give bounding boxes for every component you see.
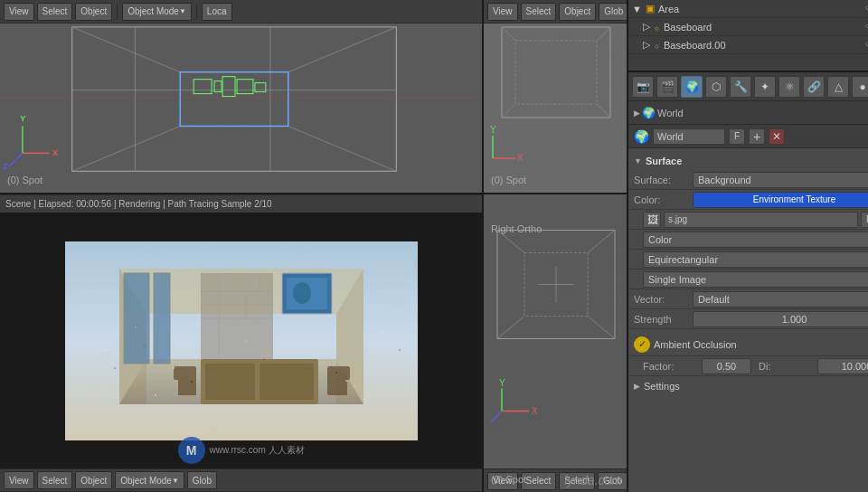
image-type-dropdown[interactable]: Single Image ▼ — [643, 271, 868, 288]
prop-icon-object[interactable]: ⬡ — [705, 76, 727, 98]
f-button[interactable]: F — [729, 128, 745, 145]
outliner-item-baseboard00[interactable]: ▷ ⬦ Baseboard.00 👁 📷 — [628, 36, 868, 54]
select-menu-bl[interactable]: Select — [37, 471, 73, 489]
svg-point-76 — [263, 358, 265, 360]
outliner-item-area[interactable]: ▼ ▣ Area 👁 📷 — [628, 0, 868, 18]
settings-triangle: ▶ — [634, 382, 640, 391]
outliner-expand-area: ▼ — [632, 4, 642, 14]
svg-rect-42 — [201, 273, 273, 359]
svg-line-24 — [597, 27, 610, 41]
svg-point-78 — [399, 349, 401, 351]
global-btn[interactable]: Glob — [599, 3, 627, 21]
env-texture-btn[interactable]: Environment Texture — [693, 192, 868, 208]
factor-input[interactable]: 0.50 — [702, 358, 751, 374]
view-menu[interactable]: View — [4, 3, 34, 21]
mapping-dropdown[interactable]: Equirectangular ▼ — [643, 251, 868, 268]
svg-point-74 — [144, 345, 146, 346]
di-label: Di: — [759, 361, 817, 372]
texture-file-row: 🖼 s.jpg F ✕ — [628, 210, 868, 230]
surface-dropdown[interactable]: Background ▼ — [693, 172, 868, 188]
render-preview: M www.rrsc.com 人人素材 — [0, 213, 482, 468]
color-type-row: Color ▼ — [628, 230, 868, 250]
image-type-value: Single Image ▼ — [643, 271, 868, 288]
viewport-top-right[interactable]: X Y View Select Object Glob (0) Spot — [484, 0, 627, 193]
color-type-value: Color ▼ — [643, 232, 868, 248]
surface-label: Surface: — [634, 175, 693, 185]
lynda-watermark: lynda.com — [564, 473, 622, 487]
x-button[interactable]: ✕ — [769, 128, 785, 145]
svg-rect-61 — [327, 366, 350, 380]
svg-point-71 — [154, 393, 156, 395]
prop-icon-scene[interactable]: 🎬 — [656, 76, 678, 98]
surface-header[interactable]: ▼ Surface — [628, 152, 868, 170]
svg-rect-55 — [259, 364, 314, 400]
svg-line-89 — [491, 412, 502, 422]
watermark: M www.rrsc.com 人人素材 — [178, 437, 305, 464]
factor-row: Factor: 0.50 Di: 10.000 — [628, 356, 868, 376]
viewport-bottom-right[interactable]: X Y Right Ortho View Select Select Glob … — [484, 194, 627, 492]
texture-f-btn[interactable]: F — [861, 212, 868, 228]
prop-icon-particles[interactable]: ✦ — [754, 76, 776, 98]
strength-input[interactable]: 1.000 — [693, 311, 868, 327]
strength-row: Strength 1.000 — [628, 309, 868, 329]
svg-line-81 — [588, 231, 615, 253]
surface-value: Background ▼ — [693, 172, 868, 188]
vector-dropdown[interactable]: Default ▼ — [693, 291, 868, 308]
loca-btn[interactable]: Loca — [202, 3, 232, 21]
prop-icon-physics[interactable]: ⚛ — [778, 76, 800, 98]
di-input[interactable]: 10.000 — [817, 358, 868, 374]
svg-text:Y: Y — [499, 378, 505, 388]
mode-dropdown[interactable]: Object Mode ▼ — [122, 3, 192, 21]
svg-point-68 — [245, 340, 247, 342]
surface-row: Surface: Background ▼ — [628, 170, 868, 190]
svg-point-75 — [190, 380, 192, 382]
svg-point-73 — [114, 367, 116, 369]
prop-icon-material[interactable]: ● — [852, 76, 868, 98]
prop-icon-data[interactable]: △ — [827, 76, 849, 98]
breadcrumb-icon: ▶ — [634, 109, 640, 118]
global-btn-bl[interactable]: Glob — [187, 471, 217, 489]
prop-icon-constraints[interactable]: 🔗 — [803, 76, 825, 98]
svg-point-70 — [381, 331, 382, 333]
world-name-input[interactable] — [653, 128, 725, 145]
surface-label: Surface — [646, 156, 682, 166]
ao-checkbox[interactable]: ✓ — [634, 336, 650, 353]
color-type-dropdown[interactable]: Color ▼ — [643, 232, 868, 248]
view-menu-tr[interactable]: View — [487, 3, 518, 21]
select-menu-tr[interactable]: Select — [521, 3, 557, 21]
prop-icon-row: 📷 🎬 🌍 ⬡ 🔧 ✦ ⚛ 🔗 △ ● ▦ — [628, 72, 868, 101]
viewport-br-label: Right Ortho — [491, 223, 542, 234]
svg-line-5 — [288, 27, 397, 72]
viewport-bottom-left[interactable]: Scene | Elapsed: 00:00:56 | Rendering | … — [0, 194, 484, 492]
outliner-expand-baseboard: ▷ — [643, 21, 650, 33]
svg-rect-8 — [180, 72, 288, 127]
object-menu[interactable]: Object — [75, 3, 112, 21]
prop-icon-world[interactable]: 🌍 — [681, 76, 703, 98]
select-menu[interactable]: Select — [37, 3, 73, 21]
outliner-label-area: Area — [658, 4, 679, 14]
prop-icon-render[interactable]: 📷 — [632, 76, 654, 98]
outliner-item-baseboard[interactable]: ▷ ⬦ Baseboard 👁 📷 — [628, 18, 868, 36]
mode-dropdown-bl[interactable]: Object Mode ▼ — [115, 471, 184, 489]
view-menu-bl[interactable]: View — [4, 471, 34, 489]
sep1 — [117, 5, 118, 19]
settings-row[interactable]: ▶ Settings — [628, 376, 868, 396]
breadcrumb: ▶ 🌍 World — [628, 101, 868, 125]
prop-icon-modifier[interactable]: 🔧 — [730, 76, 751, 98]
viewport-top-left[interactable]: X Y Z View Select Object Object Mode ▼ — [0, 0, 484, 193]
object-menu-bl[interactable]: Object — [75, 471, 112, 489]
texture-file-btn[interactable]: s.jpg — [664, 212, 858, 228]
object-menu-tr[interactable]: Object — [559, 3, 596, 21]
outliner-panel: ▼ ▣ Area 👁 📷 ▷ ⬦ Baseboard 👁 📷 — [628, 0, 868, 72]
viewport-tr-label: (0) Spot — [491, 175, 526, 185]
breadcrumb-item: ▶ 🌍 World — [634, 107, 684, 119]
texture-type-btn[interactable]: 🖼 — [643, 212, 661, 228]
svg-rect-62 — [329, 382, 333, 395]
watermark-logo: M — [178, 437, 205, 464]
svg-rect-54 — [205, 364, 255, 400]
plus-button[interactable]: + — [749, 128, 765, 145]
outliner-label-baseboard00: Baseboard.00 — [664, 40, 726, 51]
svg-rect-11 — [222, 77, 235, 97]
svg-line-26 — [502, 104, 515, 118]
prop-content: ▼ Surface Surface: Background ▼ Color: — [628, 148, 868, 492]
